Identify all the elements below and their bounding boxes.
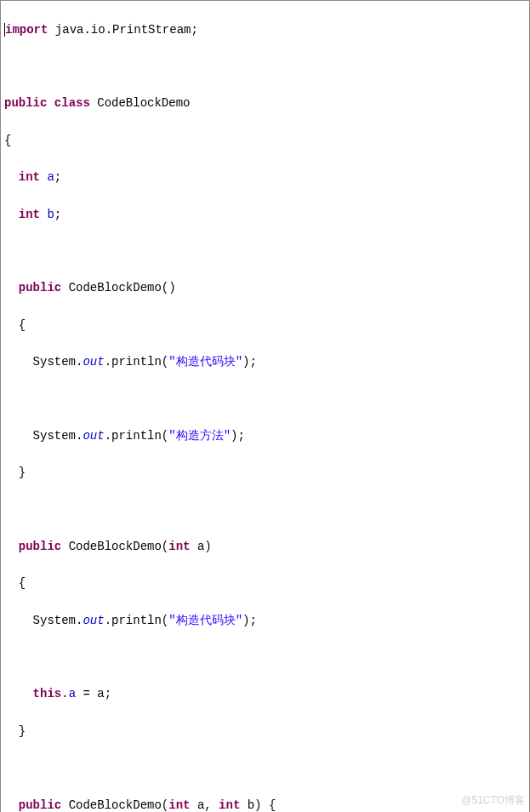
code-line (4, 58, 526, 77)
code-line: this.a = a; (4, 685, 526, 704)
code-line: public class CodeBlockDemo (4, 94, 526, 113)
code-line (4, 501, 526, 520)
code-line: public CodeBlockDemo() (4, 279, 526, 298)
code-line: System.out.println("构造方法"); (4, 427, 526, 446)
code-line: { (4, 317, 526, 335)
code-line (4, 649, 526, 667)
code-line: } (4, 464, 526, 483)
code-line (4, 759, 526, 778)
code-line: int b; (4, 206, 526, 225)
watermark-text: @51CTO博客 (461, 792, 525, 809)
code-line: System.out.println("构造代码块"); (4, 612, 526, 631)
code-line: } (4, 723, 526, 741)
code-line: import java.io.PrintStream; (4, 21, 526, 40)
code-line: System.out.println("构造代码块"); (4, 353, 526, 372)
code-line: { (4, 132, 526, 151)
code-line (4, 390, 526, 409)
keyword-import: import (5, 23, 48, 37)
code-line: { (4, 575, 526, 593)
code-line: public CodeBlockDemo(int a) (4, 538, 526, 557)
code-editor: import java.io.PrintStream; public class… (0, 0, 530, 812)
code-line: public CodeBlockDemo(int a, int b) { (4, 797, 526, 812)
code-line (4, 243, 526, 261)
code-line: int a; (4, 169, 526, 187)
